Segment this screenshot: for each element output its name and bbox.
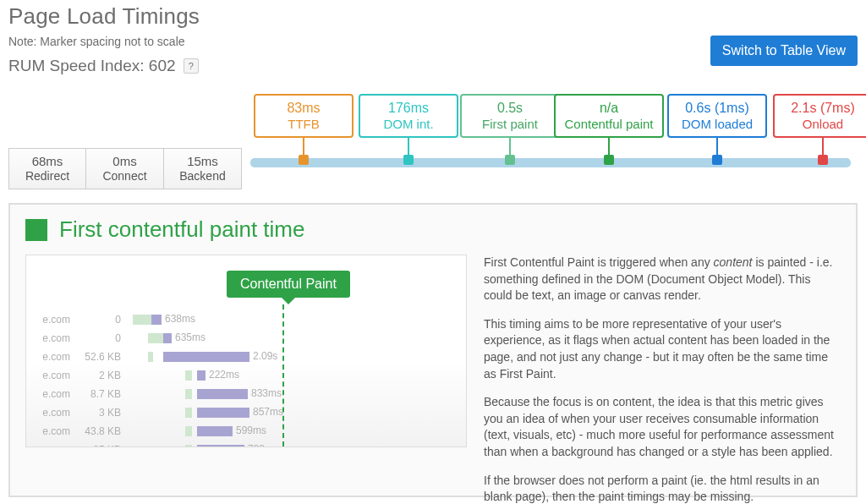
stage-backend-value: 15ms xyxy=(164,154,241,168)
wf-host: e.com xyxy=(26,425,74,437)
wf-size: 25 KB xyxy=(74,444,126,447)
stage-redirect-value: 68ms xyxy=(9,154,85,168)
wf-bar: 857ms xyxy=(126,407,466,419)
waterfall-row: e.com8.7 KB833ms xyxy=(26,386,466,403)
marker-dom-int-value: 176ms xyxy=(364,101,453,116)
wf-size: 52.6 KB xyxy=(74,351,126,363)
marker-first-paint-value: 0.5s xyxy=(465,101,555,116)
stage-backend-label: Backend xyxy=(164,169,241,183)
marker-ttfb-label: TTFB xyxy=(259,117,348,131)
marker-dom-int-label: DOM int. xyxy=(364,117,453,131)
timings-timeline: 68ms Redirect 0ms Connect 15ms Backend 8… xyxy=(8,94,858,200)
wf-host: e.com xyxy=(26,351,74,363)
marker-onload[interactable]: 2.1s (7ms)Onload xyxy=(773,94,866,165)
metric-swatch-icon xyxy=(25,219,47,241)
desc-p4: If the browser does not perform a paint … xyxy=(484,473,841,504)
marker-onload-label: Onload xyxy=(778,117,866,131)
wf-size: 8.7 KB xyxy=(74,388,126,400)
wf-bar: 635ms xyxy=(126,332,466,344)
marker-onload-value: 2.1s (7ms) xyxy=(778,101,866,116)
stage-connect[interactable]: 0ms Connect xyxy=(86,148,164,189)
wf-host: e.com xyxy=(26,407,74,419)
wf-host: e.com xyxy=(26,314,74,326)
wf-host: e.com xyxy=(26,388,74,400)
stage-redirect-label: Redirect xyxy=(9,169,85,183)
rum-label: RUM Speed Index: xyxy=(8,57,145,74)
pre-request-stages: 68ms Redirect 0ms Connect 15ms Backend xyxy=(8,148,242,189)
marker-contentful-paint[interactable]: n/aContentful paint xyxy=(554,94,664,165)
wf-bar: 599ms xyxy=(126,425,466,437)
wf-size: 2 KB xyxy=(74,370,126,381)
help-icon[interactable]: ? xyxy=(184,58,199,74)
page-title: Page Load Timings xyxy=(8,3,858,30)
waterfall-row: e.com43.8 KB599ms xyxy=(26,423,466,440)
wf-time: 222ms xyxy=(209,369,239,381)
desc-p1a: First Contentful Paint is triggered when… xyxy=(484,255,714,269)
marker-dom-loaded-value: 0.6s (1ms) xyxy=(672,101,762,116)
marker-contentful-label: Contentful paint xyxy=(559,117,659,131)
waterfall-row: e.com52.6 KB2.09s xyxy=(26,348,466,365)
desc-p1-em: content xyxy=(714,255,753,269)
waterfall-row: e.com25 KB782ms xyxy=(26,441,466,447)
wf-time: 635ms xyxy=(175,331,206,343)
wf-bar: 222ms xyxy=(126,370,466,381)
marker-dom-loaded-label: DOM loaded xyxy=(672,117,762,131)
wf-time: 599ms xyxy=(236,425,266,436)
waterfall-preview[interactable]: Contentful Paint e.com0638mse.com0635mse… xyxy=(25,255,467,447)
wf-bar: 833ms xyxy=(126,388,466,400)
marker-contentful-value: n/a xyxy=(559,101,659,116)
marker-ttfb[interactable]: 83msTTFB xyxy=(254,94,354,165)
stage-redirect[interactable]: 68ms Redirect xyxy=(8,148,86,189)
stage-connect-value: 0ms xyxy=(86,154,163,168)
wf-bar: 782ms xyxy=(126,444,466,447)
wf-host: e.com xyxy=(26,332,74,344)
desc-p3: Because the focus is on content, the ide… xyxy=(484,394,841,460)
contentful-paint-badge: Contentful Paint xyxy=(227,271,350,298)
rum-value: 602 xyxy=(149,57,176,74)
wf-host: e.com xyxy=(26,370,74,381)
waterfall-row: e.com0635ms xyxy=(26,330,466,347)
stage-connect-label: Connect xyxy=(86,169,163,183)
wf-size: 0 xyxy=(74,314,126,326)
waterfall-row: e.com3 KB857ms xyxy=(26,404,466,421)
wf-time: 638ms xyxy=(165,313,195,325)
wf-time: 2.09s xyxy=(253,350,277,362)
switch-to-table-button[interactable]: Switch to Table View xyxy=(710,36,858,66)
waterfall-row: e.com0638ms xyxy=(26,311,466,328)
wf-bar: 638ms xyxy=(126,314,466,326)
wf-size: 0 xyxy=(74,332,126,344)
marker-ttfb-value: 83ms xyxy=(259,101,348,116)
marker-first-paint-label: First paint xyxy=(465,117,555,131)
wf-host: e.com xyxy=(26,444,74,447)
wf-bar: 2.09s xyxy=(126,351,466,363)
stage-backend[interactable]: 15ms Backend xyxy=(164,148,242,189)
desc-p2: This timing aims to be more representati… xyxy=(484,316,841,382)
marker-dom-loaded[interactable]: 0.6s (1ms)DOM loaded xyxy=(667,94,767,165)
metric-detail-panel: First contentful paint time Contentful P… xyxy=(8,203,858,497)
wf-time: 833ms xyxy=(251,387,282,399)
marker-first-paint[interactable]: 0.5sFirst paint xyxy=(460,94,560,165)
wf-time: 782ms xyxy=(248,443,278,447)
marker-dom-interactive[interactable]: 176msDOM int. xyxy=(359,94,458,165)
metric-description: First Contentful Paint is triggered when… xyxy=(484,255,841,504)
wf-size: 3 KB xyxy=(74,407,126,419)
waterfall-row: e.com2 KB222ms xyxy=(26,367,466,384)
wf-size: 43.8 KB xyxy=(74,425,126,437)
wf-time: 857ms xyxy=(253,406,283,418)
metric-detail-title: First contentful paint time xyxy=(59,216,304,243)
